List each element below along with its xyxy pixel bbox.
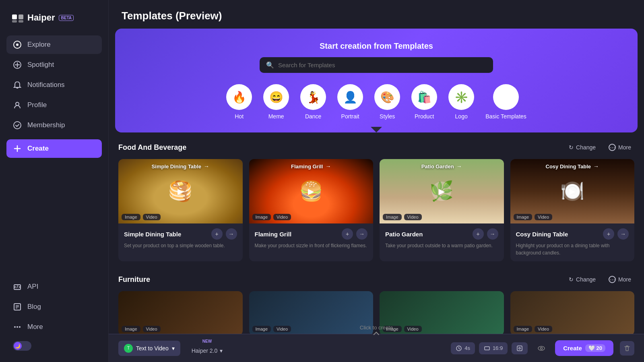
category-dance[interactable]: 💃 Dance [300, 84, 326, 120]
svg-point-19 [17, 326, 18, 328]
create-label: Create [27, 145, 49, 153]
creation-bar-inner: T Text to Video ▾ NEW Haiper 2.0 ▾ 4s 16… [118, 339, 528, 357]
settings-btn[interactable] [512, 342, 528, 354]
membership-icon [13, 121, 22, 130]
card-add-btn-3[interactable]: + [473, 228, 484, 240]
card-go-btn-3[interactable]: → [487, 228, 498, 240]
card-info-4: Cosy Dining Table + → Highlight your pro… [510, 223, 635, 261]
badge-image-2: Image [252, 214, 271, 220]
card-info-3: Patio Garden + → Take your product outsi… [380, 223, 504, 254]
card-top-label-2: Flaming Grill → [291, 163, 331, 170]
sidebar-item-notifications[interactable]: Notifications [6, 76, 102, 94]
styles-label: Styles [380, 113, 395, 120]
sidebar-item-blog[interactable]: Blog [6, 298, 102, 316]
preview-btn[interactable] [534, 341, 549, 356]
card-simple-dining[interactable]: 🥞 ▶ Simple Dining Table → Image Video [118, 159, 243, 261]
furniture-badge-image-1: Image [122, 326, 140, 332]
category-portrait[interactable]: 👤 Portrait [337, 84, 363, 120]
change-icon: ↻ [569, 144, 574, 151]
beta-badge: BETA [59, 15, 73, 21]
sidebar-item-spotlight[interactable]: Spotlight [6, 56, 102, 74]
furniture-section-title: Furniture [118, 275, 150, 284]
notifications-icon [13, 81, 22, 89]
portrait-label: Portrait [341, 113, 359, 120]
svg-rect-23 [517, 346, 522, 351]
card-go-btn-1[interactable]: → [226, 228, 237, 240]
duration-btn[interactable]: 4s [451, 342, 475, 354]
card-desc-1: Set your product on top a simple wooden … [124, 242, 237, 249]
furniture-change-btn[interactable]: ↻ Change [566, 275, 599, 284]
category-styles[interactable]: 🎨 Styles [374, 84, 400, 120]
category-logo[interactable]: ✳️ Logo [448, 84, 474, 120]
card-top-text-3: Patio Garden [421, 163, 454, 170]
model-btn[interactable]: Haiper 2.0 ▾ [187, 344, 228, 357]
logo: Haiper BETA [6, 8, 102, 27]
card-cosy-dining[interactable]: 🍽️ ▶ Cosy Dining Table → Image Video [510, 159, 635, 261]
card-patio-garden[interactable]: 🌿 ▶ Patio Garden → Image Video P [380, 159, 504, 261]
furniture-card-1[interactable]: Image Video [118, 291, 243, 335]
svg-rect-0 [12, 14, 17, 19]
sidebar-item-api[interactable]: API [6, 277, 102, 296]
create-button[interactable]: Create [6, 139, 102, 158]
model-selector[interactable]: NEW Haiper 2.0 ▾ [187, 339, 228, 357]
sidebar-item-more[interactable]: More [6, 318, 102, 336]
card-top-text-2: Flaming Grill [291, 163, 323, 170]
card-image-patio-garden: 🌿 ▶ Patio Garden → Image Video [380, 159, 504, 223]
food-section-title: Food And Beverage [118, 143, 186, 152]
basic-templates-circle: ⊞ [493, 84, 519, 110]
category-meme[interactable]: 😄 Meme [263, 84, 289, 120]
dark-mode-toggle[interactable]: 🌙 [6, 338, 102, 354]
svg-point-20 [19, 326, 21, 328]
furniture-badge-video-1: Video [143, 326, 161, 332]
category-hot[interactable]: 🔥 Hot [226, 84, 252, 120]
search-bar[interactable]: 🔍 [260, 57, 493, 73]
furniture-badge-video-3: Video [404, 326, 422, 332]
explore-icon [13, 40, 22, 49]
trash-button[interactable] [620, 341, 634, 356]
hero-section: Start creation from Templates 🔍 🔥 Hot 😄 … [115, 29, 638, 132]
food-section-header: Food And Beverage ↻ Change ⋯ More [118, 142, 634, 153]
text-to-video-dropdown[interactable]: T Text to Video ▾ [118, 341, 180, 356]
card-add-btn-4[interactable]: + [603, 228, 614, 240]
card-title-row-1: Simple Dining Table + → [124, 228, 237, 240]
toggle-track: 🌙 [13, 341, 31, 351]
portrait-circle: 👤 [337, 84, 363, 110]
card-add-btn-1[interactable]: + [211, 228, 223, 240]
svg-point-5 [16, 43, 19, 46]
furniture-card-2[interactable]: Image Video [249, 291, 374, 335]
card-desc-4: Highlight your product on a dining table… [516, 242, 629, 257]
create-main-button[interactable]: Create 🤍 20 [555, 340, 613, 356]
main-content: Templates (Preview) Start creation from … [109, 0, 644, 362]
product-label: Product [415, 113, 434, 120]
svg-rect-3 [19, 20, 23, 23]
card-title-row-2: Flaming Grill + → [255, 228, 368, 240]
aspect-ratio-btn[interactable]: 16:9 [479, 342, 508, 354]
card-add-btn-2[interactable]: + [342, 228, 353, 240]
play-button-3: ▶ [432, 182, 451, 201]
click-to-create-text: Click to create [360, 325, 393, 331]
model-label: Haiper 2.0 [192, 348, 218, 354]
card-top-text-4: Cosy Dining Table [546, 163, 591, 170]
furniture-more-btn[interactable]: ⋯ More [605, 274, 634, 285]
card-top-label-4: Cosy Dining Table → [546, 163, 599, 170]
spotlight-icon [13, 60, 22, 69]
category-product[interactable]: 🛍️ Product [411, 84, 437, 120]
sidebar-bottom: API Blog More 🌙 [6, 271, 102, 354]
card-go-btn-4[interactable]: → [617, 228, 629, 240]
card-flaming-grill[interactable]: 🍔 ▶ Flaming Grill → Image Video [249, 159, 374, 261]
sidebar-item-explore[interactable]: Explore [6, 35, 102, 54]
sidebar-item-membership[interactable]: Membership [6, 116, 102, 134]
furniture-card-4[interactable]: Image Video [510, 291, 635, 335]
blog-icon [13, 302, 22, 311]
food-more-btn[interactable]: ⋯ More [605, 142, 634, 153]
card-go-btn-2[interactable]: → [356, 228, 367, 240]
card-name-2: Flaming Grill [255, 231, 292, 238]
svg-rect-1 [19, 14, 23, 19]
search-input[interactable] [278, 62, 487, 68]
category-basic-templates[interactable]: ⊞ Basic Templates [485, 84, 526, 120]
hero-arrow [371, 127, 382, 132]
food-change-btn[interactable]: ↻ Change [566, 143, 599, 152]
furniture-card-3[interactable]: Image Video [380, 291, 504, 335]
sidebar-item-profile[interactable]: Profile [6, 96, 102, 114]
toggle-thumb: 🌙 [14, 342, 22, 350]
